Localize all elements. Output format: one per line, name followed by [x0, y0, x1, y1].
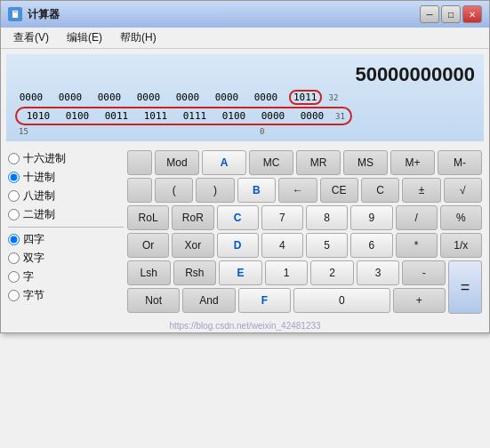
menu-bar: 查看(V) 编辑(E) 帮助(H) [1, 28, 489, 49]
btn-sqrt[interactable]: √ [444, 178, 482, 203]
word-radio[interactable] [8, 271, 20, 283]
btn-plusminus[interactable]: ± [402, 178, 440, 203]
qword-radio[interactable] [8, 234, 20, 245]
btn-5[interactable]: 5 [306, 233, 348, 258]
bin-r1-g5: 0000 [172, 92, 204, 103]
btn-mod[interactable]: Mod [155, 150, 199, 175]
maximize-button[interactable]: □ [441, 5, 461, 23]
main-display: 50000000000 [15, 60, 475, 90]
bin-r2-g7: 0000 [257, 110, 289, 122]
bin-r1-g6: 0000 [211, 92, 243, 103]
btn-ce[interactable]: CE [320, 178, 358, 203]
bin-r1-g3: 0000 [93, 92, 125, 103]
btn-6[interactable]: 6 [350, 233, 392, 258]
btn-mminus[interactable]: M- [438, 150, 482, 175]
byte-option[interactable]: 字节 [8, 287, 124, 304]
display-area: 50000000000 0000 0000 0000 0000 0000 000… [6, 54, 484, 141]
bin-r2-g5: 0111 [179, 110, 211, 122]
bin-r2-g4: 1011 [140, 110, 172, 122]
btn-rparen[interactable]: ) [196, 178, 234, 203]
right-panel: Mod A MC MR MS M+ M- ( ) B ← CE C [127, 150, 482, 316]
btn-lparen[interactable]: ( [155, 178, 193, 203]
btn-row-0: Mod A MC MR MS M+ M- [127, 150, 482, 175]
minimize-button[interactable]: ─ [420, 5, 439, 23]
btn-mplus[interactable]: M+ [390, 150, 435, 175]
btn-e[interactable]: E [219, 260, 262, 285]
btn-rows-4-5-left: Lsh Rsh E 1 2 3 - Not And F [127, 260, 446, 316]
btn-rol[interactable]: RoL [127, 205, 169, 230]
btn-xor[interactable]: Xor [172, 233, 213, 258]
btn-a[interactable]: A [202, 150, 246, 175]
btn-recip[interactable]: 1/x [440, 233, 482, 258]
menu-help[interactable]: 帮助(H) [113, 28, 164, 47]
btn-ror[interactable]: RoR [172, 205, 213, 230]
btn-row-3: Or Xor D 4 5 6 * 1/x [127, 233, 482, 258]
btn-8[interactable]: 8 [306, 205, 348, 230]
dword-option[interactable]: 双字 [8, 250, 124, 267]
btn-b[interactable]: B [237, 178, 276, 203]
btn-0[interactable]: 0 [293, 288, 390, 313]
btn-empty2[interactable] [127, 178, 152, 203]
bin-radio[interactable] [8, 209, 20, 220]
hex-radio[interactable] [8, 153, 20, 164]
btn-plus[interactable]: + [393, 288, 446, 313]
bin-r2-g1: 1010 [22, 110, 54, 122]
dec-option[interactable]: 十进制 [8, 169, 124, 186]
btn-f[interactable]: F [238, 288, 291, 313]
window-title: 计算器 [28, 7, 60, 22]
btn-and[interactable]: And [182, 288, 235, 313]
btn-mc[interactable]: MC [249, 150, 293, 175]
btn-ms[interactable]: MS [343, 150, 388, 175]
btn-row-5: Not And F 0 + [127, 288, 446, 313]
btn-equals[interactable]: = [448, 260, 482, 314]
btn-d[interactable]: D [217, 233, 259, 258]
btn-minus[interactable]: - [402, 260, 446, 285]
btn-rsh[interactable]: Rsh [173, 260, 217, 285]
calc-body: 十六进制 十进制 八进制 二进制 四字 [1, 147, 489, 319]
hex-option[interactable]: 十六进制 [8, 150, 124, 167]
qword-option[interactable]: 四字 [8, 231, 124, 248]
binary-section: 0000 0000 0000 0000 0000 0000 0000 1011 … [15, 90, 475, 136]
btn-row-4: Lsh Rsh E 1 2 3 - [127, 260, 446, 285]
menu-view[interactable]: 查看(V) [6, 28, 56, 47]
btn-3[interactable]: 3 [357, 260, 400, 285]
btn-mr[interactable]: MR [296, 150, 341, 175]
btn-div[interactable]: / [396, 205, 438, 230]
bin-r2-g3: 0011 [100, 110, 133, 122]
btn-9[interactable]: 9 [350, 205, 392, 230]
bin-r2-end: 0 [260, 127, 264, 136]
btn-backspace[interactable]: ← [278, 178, 317, 203]
btn-7[interactable]: 7 [261, 205, 303, 230]
app-icon: 🖩 [8, 7, 22, 21]
btn-not[interactable]: Not [127, 288, 180, 313]
btn-2[interactable]: 2 [310, 260, 354, 285]
btn-pct[interactable]: % [440, 205, 482, 230]
oct-radio[interactable] [8, 190, 20, 202]
btn-empty1[interactable] [127, 150, 152, 175]
bin-r2-g6: 0100 [218, 110, 250, 122]
btn-or[interactable]: Or [127, 233, 169, 258]
btn-4[interactable]: 4 [261, 233, 303, 258]
word-option[interactable]: 字 [8, 268, 124, 285]
btn-1[interactable]: 1 [265, 260, 309, 285]
menu-edit[interactable]: 编辑(E) [60, 28, 109, 47]
btn-c-hex[interactable]: C [217, 205, 259, 230]
btn-lsh[interactable]: Lsh [127, 260, 171, 285]
bin-r2-label: 31 [335, 112, 345, 121]
main-area: 十六进制 十进制 八进制 二进制 四字 [8, 150, 482, 316]
oct-option[interactable]: 八进制 [8, 188, 124, 204]
btn-c[interactable]: C [361, 178, 399, 203]
bin-r1-g4: 0000 [133, 92, 165, 103]
dec-radio[interactable] [8, 172, 20, 183]
bin-r1-g1: 0000 [15, 92, 47, 103]
byte-radio[interactable] [8, 290, 20, 301]
btn-row-1: ( ) B ← CE C ± √ [127, 178, 482, 203]
btn-mul[interactable]: * [396, 233, 438, 258]
calculator-window: 🖩 计算器 ─ □ ✕ 查看(V) 编辑(E) 帮助(H) 5000000000… [0, 0, 490, 333]
dword-radio[interactable] [8, 252, 20, 264]
bin-r2-g2: 0100 [61, 110, 93, 122]
close-button[interactable]: ✕ [462, 5, 482, 23]
bin-r1-g7: 0000 [250, 92, 282, 103]
bin-r3-label: 15 [19, 127, 28, 136]
bin-option[interactable]: 二进制 [8, 206, 124, 223]
